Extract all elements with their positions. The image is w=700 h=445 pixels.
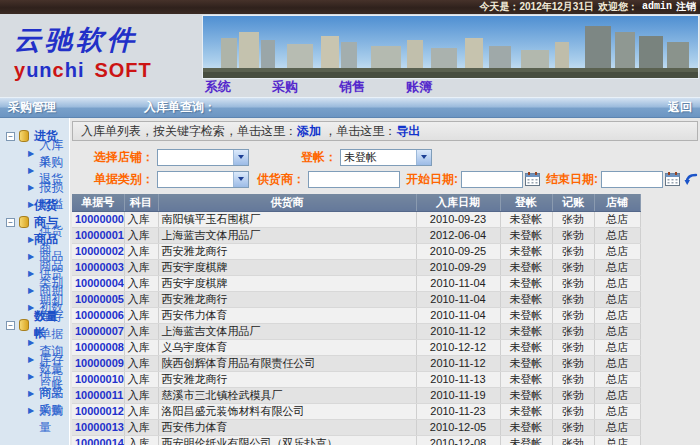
cell-posted: 未登帐: [500, 227, 552, 243]
cell-keeper: 张勃: [552, 227, 594, 243]
order-number-link[interactable]: 10000004: [75, 277, 124, 289]
start-date-input[interactable]: [461, 171, 523, 188]
cell-order-number: 10000013: [72, 419, 124, 435]
shop-select[interactable]: [157, 149, 249, 166]
filter-area: 选择店铺： 登帐： 未登帐 单据类别： 供货商：: [72, 141, 698, 194]
arrow-icon: ▶: [28, 355, 34, 364]
order-number-link[interactable]: 10000008: [75, 341, 124, 353]
end-date-label: 结束日期:: [546, 171, 598, 188]
order-number-link[interactable]: 10000010: [75, 373, 124, 385]
order-number-link[interactable]: 10000003: [75, 261, 124, 273]
sidebar-item[interactable]: ▶报损: [0, 179, 69, 196]
cell-posted: 未登帐: [500, 211, 552, 227]
nav-item-1[interactable]: 系统: [205, 78, 231, 96]
banner-image: [202, 15, 699, 79]
back-link[interactable]: 返回: [668, 99, 692, 116]
order-number-link[interactable]: 10000013: [75, 421, 124, 433]
table-row: 10000012入库洛阳昌盛元装饰材料有限公司2010-11-23未登帐张勃总店: [72, 403, 640, 419]
column-header: 入库日期: [416, 194, 500, 211]
nav-item-2[interactable]: 采购: [272, 78, 298, 96]
nav-item-3[interactable]: 销售: [339, 78, 365, 96]
logo-sub-letter: y: [14, 59, 26, 81]
table-row: 10000010入库西安雅龙商行2010-11-13未登帐张勃总店: [72, 371, 640, 387]
posted-select[interactable]: 未登帐: [340, 149, 432, 166]
arrow-icon: ▶: [28, 406, 34, 415]
cell-date: 2010-11-04: [416, 307, 500, 323]
cityscape-graphic: [203, 16, 698, 78]
cell-posted: 未登帐: [500, 371, 552, 387]
cell-order-number: 10000011: [72, 387, 124, 403]
calendar-icon[interactable]: [525, 172, 540, 186]
cell-date: 2010-11-19: [416, 387, 500, 403]
order-number-link[interactable]: 10000001: [75, 229, 124, 241]
collapse-icon[interactable]: −: [6, 132, 15, 141]
cell-supplier: 西安雅龙商行: [158, 371, 416, 387]
cell-order-number: 10000010: [72, 371, 124, 387]
cell-date: 2010-11-04: [416, 291, 500, 307]
cell-keeper: 张勃: [552, 435, 594, 445]
cell-keeper: 张勃: [552, 371, 594, 387]
order-number-link[interactable]: 10000002: [75, 245, 124, 257]
cell-date: 2012-06-04: [416, 227, 500, 243]
logo-title: 云驰软件: [14, 22, 194, 58]
order-number-link[interactable]: 10000009: [75, 357, 124, 369]
subheader: 采购管理 入库单查询： 返回: [0, 97, 700, 118]
nav-item-4[interactable]: 账簿: [406, 78, 432, 96]
order-number-link[interactable]: 10000006: [75, 309, 124, 321]
order-number-link[interactable]: 10000012: [75, 405, 124, 417]
cell-keeper: 张勃: [552, 419, 594, 435]
cell-order-number: 10000014: [72, 435, 124, 445]
order-number-link[interactable]: 10000007: [75, 325, 124, 337]
module-title: 采购管理: [8, 99, 56, 116]
chevron-down-icon: [416, 150, 431, 165]
order-number-link[interactable]: 10000005: [75, 293, 124, 305]
content: −进货▶入库单▶采购退货▶报损▶报溢−供货商与商品▶供货商▶商品▶商品类别▶供货…: [0, 118, 700, 445]
cell-supplier: 陕西创辉体育用品有限责任公司: [158, 355, 416, 371]
cell-date: 2010-12-05: [416, 419, 500, 435]
calendar-icon[interactable]: [665, 172, 680, 186]
logout-link[interactable]: 注销: [676, 0, 696, 14]
logo-sub-letter: u: [26, 59, 39, 81]
cell-date: 2010-12-08: [416, 435, 500, 445]
arrow-icon: ▶: [28, 235, 34, 244]
table-row: 10000008入库义乌宇度体育2010-12-12未登帐张勃总店: [72, 339, 640, 355]
search-go-icon[interactable]: [684, 173, 698, 186]
cell-keeper: 张勃: [552, 323, 594, 339]
order-number-link[interactable]: 10000011: [75, 389, 123, 401]
order-number-link[interactable]: 10000014: [75, 437, 124, 445]
cell-posted: 未登帐: [500, 419, 552, 435]
cell-posted: 未登帐: [500, 387, 552, 403]
cell-subj: 入库: [124, 275, 158, 291]
supplier-label: 供货商：: [257, 171, 305, 188]
database-icon: [19, 130, 29, 142]
cell-posted: 未登帐: [500, 435, 552, 445]
shop-label: 选择店铺：: [94, 149, 154, 166]
supplier-input[interactable]: [308, 171, 400, 188]
cell-keeper: 张勃: [552, 211, 594, 227]
database-icon: [19, 216, 29, 228]
column-header: 店铺: [594, 194, 640, 211]
table-row: 10000009入库陕西创辉体育用品有限责任公司2010-11-12未登帐张勃总…: [72, 355, 640, 371]
sidebar-item-label: 报损: [39, 179, 63, 196]
add-link[interactable]: 添加: [297, 124, 321, 138]
collapse-icon[interactable]: −: [6, 218, 15, 227]
main-nav: 系统采购销售账簿: [205, 78, 432, 96]
table-body: 10000000入库南阳镇平玉石围棋厂2010-09-23未登帐张勃总店1000…: [72, 211, 640, 445]
sidebar-item[interactable]: ▶商品采购量: [0, 402, 69, 419]
cell-shop: 总店: [594, 211, 640, 227]
order-number-link[interactable]: 10000000: [75, 213, 124, 225]
cell-posted: 未登帐: [500, 291, 552, 307]
export-link[interactable]: 导出: [396, 124, 420, 138]
doc-type-select[interactable]: [157, 171, 249, 188]
cell-order-number: 10000004: [72, 275, 124, 291]
column-header: 记账: [552, 194, 594, 211]
table-row: 10000002入库西安雅龙商行2010-09-25未登帐张勃总店: [72, 243, 640, 259]
sidebar-item[interactable]: ▶采购退货: [0, 162, 69, 179]
logo-sub-letter: c: [53, 59, 65, 81]
doc-type-label: 单据类别：: [94, 171, 154, 188]
table-header-row: 单据号科目供货商入库日期登帐记账店铺: [72, 194, 640, 211]
collapse-icon[interactable]: −: [6, 321, 15, 330]
end-date-input[interactable]: [601, 171, 663, 188]
cell-order-number: 10000009: [72, 355, 124, 371]
cell-order-number: 10000005: [72, 291, 124, 307]
